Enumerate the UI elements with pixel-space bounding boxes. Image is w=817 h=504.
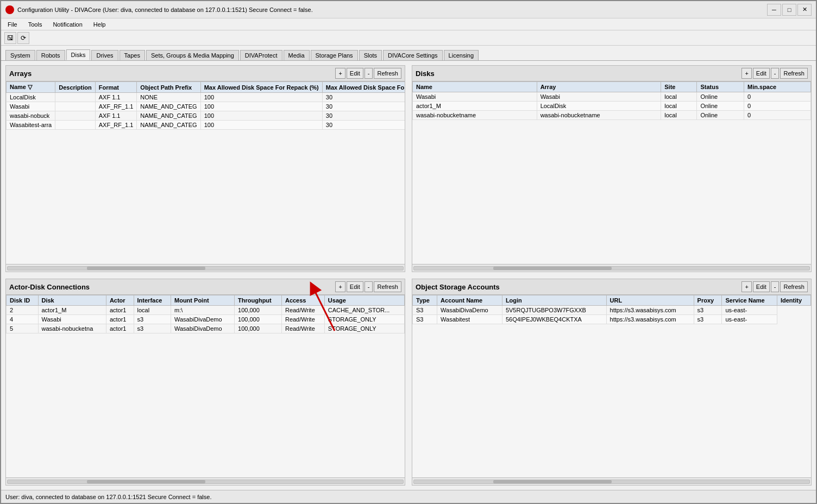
os-col-proxy: Proxy: [694, 295, 722, 306]
actor-disk-col-actor: Actor: [106, 295, 134, 306]
disks-table: Name Array Site Status Min.space WasabiW…: [412, 81, 811, 120]
arrays-edit-button[interactable]: Edit: [347, 68, 363, 79]
tab-system[interactable]: System: [5, 50, 35, 60]
table-row[interactable]: wasabi-nobucketnamewasabi-nobucketnamelo…: [413, 111, 811, 120]
arrays-title: Arrays: [9, 70, 32, 78]
menu-tools[interactable]: Tools: [26, 20, 45, 29]
status-text: User: diva, connected to database on 127…: [5, 494, 211, 500]
disks-edit-button[interactable]: Edit: [753, 68, 770, 79]
tab-drives[interactable]: Drives: [91, 50, 118, 60]
actor-disk-table: Disk ID Disk Actor Interface Mount Point…: [6, 295, 405, 333]
actor-disk-col-usage: Usage: [324, 295, 404, 306]
arrays-remove-button[interactable]: -: [364, 68, 373, 79]
os-col-account: Account Name: [437, 295, 502, 306]
table-row[interactable]: WasabiWasabilocalOnline0: [413, 92, 811, 102]
actor-disk-refresh-button[interactable]: Refresh: [374, 281, 401, 292]
tab-media[interactable]: Media: [284, 50, 310, 60]
disks-add-button[interactable]: +: [741, 68, 751, 79]
table-row[interactable]: Wasabitest-arraAXF_RF_1.1NAME_AND_CATEG1…: [7, 121, 405, 130]
toolbar-btn-2[interactable]: ⟳: [17, 32, 29, 44]
os-col-url: URL: [606, 295, 694, 306]
disks-col-array: Array: [537, 82, 661, 92]
disks-title: Disks: [416, 70, 435, 78]
object-storage-panel: Object Storage Accounts + Edit - Refresh…: [412, 279, 812, 486]
app-icon: [5, 5, 14, 14]
arrays-col-format: Format: [95, 82, 137, 93]
table-row[interactable]: WasabiAXF_RF_1.1NAME_AND_CATEG10030: [7, 102, 405, 111]
arrays-col-name: Name ▽: [7, 82, 55, 93]
disks-col-minspace: Min.space: [744, 82, 811, 92]
table-row[interactable]: S3Wasabitest56Q4IPEJ0WKBEQ4CKTXAhttps://…: [413, 315, 811, 324]
actor-disk-title: Actor-Disk Connections: [9, 283, 90, 291]
object-storage-title: Object Storage Accounts: [416, 283, 500, 291]
disks-scrollbar[interactable]: [412, 264, 811, 272]
table-row[interactable]: S3WasabiDivaDemo5V5RQJTUGBPO3W7FGXXBhttp…: [413, 306, 811, 315]
arrays-add-button[interactable]: +: [335, 68, 345, 79]
actor-disk-col-diskid: Disk ID: [7, 295, 39, 306]
arrays-refresh-button[interactable]: Refresh: [374, 68, 401, 79]
actor-disk-col-interface: Interface: [134, 295, 171, 306]
tab-robots[interactable]: Robots: [36, 50, 65, 60]
arrays-scrollbar[interactable]: [6, 264, 405, 272]
os-col-identity: Identity: [777, 295, 810, 306]
object-storage-remove-button[interactable]: -: [771, 281, 780, 292]
arrays-table: Name ▽ Description Format Object Path Pr…: [6, 81, 405, 130]
arrays-panel: Arrays + Edit - Refresh Name ▽ Descripti…: [5, 65, 405, 272]
tab-divacore-settings[interactable]: DIVACore Settings: [383, 50, 443, 60]
disks-remove-button[interactable]: -: [771, 68, 780, 79]
actor-disk-remove-button[interactable]: -: [364, 281, 373, 292]
arrays-col-prefix: Object Path Prefix: [137, 82, 200, 93]
menu-bar: File Tools Notification Help: [1, 18, 816, 30]
actor-disk-col-disk: Disk: [38, 295, 106, 306]
actor-disk-add-button[interactable]: +: [335, 281, 345, 292]
status-bar: User: diva, connected to database on 127…: [1, 490, 816, 503]
arrays-col-migra: Max Allowed Disk Space For Migra: [322, 82, 405, 93]
tabs-bar: System Robots Disks Drives Tapes Sets, G…: [1, 46, 816, 61]
table-row[interactable]: wasabi-nobuckAXF 1.1NAME_AND_CATEG10030: [7, 111, 405, 121]
object-storage-table: Type Account Name Login URL Proxy Servic…: [412, 295, 811, 324]
disks-refresh-button[interactable]: Refresh: [780, 68, 808, 79]
tab-disks[interactable]: Disks: [66, 49, 91, 60]
arrays-col-repack: Max Allowed Disk Space For Repack (%): [200, 82, 322, 93]
actor-disk-edit-button[interactable]: Edit: [347, 281, 363, 292]
title-bar: Configuration Utility - DIVACore (User: …: [1, 1, 816, 18]
table-row[interactable]: 2actor1_Mactor1localm:\100,000Read/Write…: [7, 306, 405, 315]
disks-col-name: Name: [413, 82, 537, 92]
arrays-col-desc: Description: [55, 82, 96, 93]
disks-panel: Disks + Edit - Refresh Name Array: [412, 65, 812, 272]
menu-notification[interactable]: Notification: [51, 20, 84, 29]
tab-storage-plans[interactable]: Storage Plans: [311, 50, 358, 60]
actor-disk-scrollbar[interactable]: [6, 477, 405, 485]
table-row[interactable]: actor1_MLocalDisklocalOnline0: [413, 102, 811, 111]
toolbar: 🖫 ⟳: [1, 30, 816, 46]
object-storage-refresh-button[interactable]: Refresh: [780, 281, 808, 292]
object-storage-scrollbar[interactable]: [412, 477, 811, 485]
tab-slots[interactable]: Slots: [359, 50, 382, 60]
os-col-type: Type: [413, 295, 437, 306]
window-title: Configuration Utility - DIVACore (User: …: [17, 7, 313, 13]
actor-disk-col-throughput: Throughput: [235, 295, 282, 306]
table-row[interactable]: 4Wasabiactor1s3WasabiDivaDemo100,000Read…: [7, 315, 405, 324]
menu-file[interactable]: File: [5, 20, 20, 29]
actor-disk-panel: Actor-Disk Connections + Edit - Refresh …: [5, 279, 405, 486]
tab-tapes[interactable]: Tapes: [120, 50, 145, 60]
actor-disk-col-mountpoint: Mount Point: [171, 295, 235, 306]
os-col-login: Login: [502, 295, 606, 306]
toolbar-btn-1[interactable]: 🖫: [4, 32, 16, 44]
object-storage-edit-button[interactable]: Edit: [753, 281, 770, 292]
minimize-button[interactable]: ─: [767, 4, 781, 16]
object-storage-add-button[interactable]: +: [741, 281, 751, 292]
os-col-service: Service Name: [722, 295, 777, 306]
actor-disk-col-access: Access: [281, 295, 324, 306]
disks-col-site: Site: [661, 82, 697, 92]
disks-col-status: Status: [697, 82, 744, 92]
tab-licensing[interactable]: Licensing: [444, 50, 479, 60]
maximize-button[interactable]: □: [782, 4, 796, 16]
table-row[interactable]: LocalDiskAXF 1.1NONE10030: [7, 93, 405, 102]
menu-help[interactable]: Help: [91, 20, 108, 29]
close-button[interactable]: ✕: [797, 4, 812, 16]
table-row[interactable]: 5wasabi-nobucketnaactor1s3WasabiDivaDemo…: [7, 324, 405, 333]
tab-sets[interactable]: Sets, Groups & Media Mapping: [146, 50, 239, 60]
tab-divaprotect[interactable]: DIVAProtect: [240, 50, 282, 60]
